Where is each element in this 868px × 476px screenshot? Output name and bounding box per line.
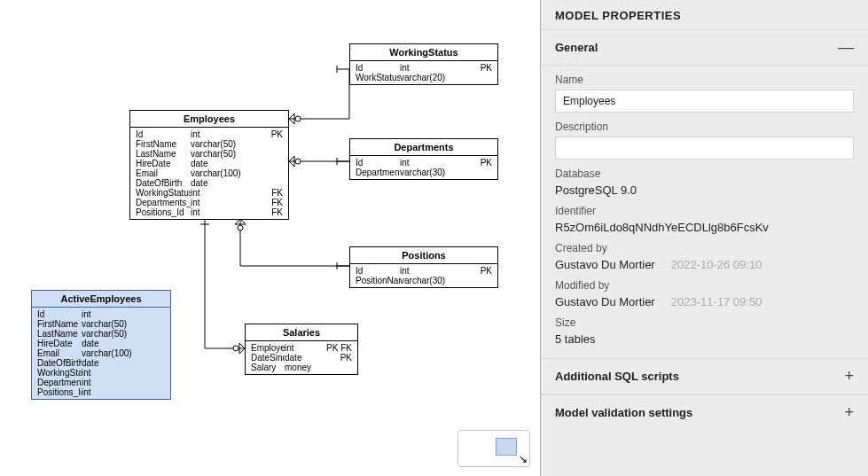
column-key: PK FK: [322, 343, 352, 353]
modifiedby-value: Gustavo Du Mortier: [555, 295, 655, 308]
column-name: Id: [356, 266, 400, 276]
column-row[interactable]: LastNamevarchar(50): [32, 329, 170, 339]
column-row[interactable]: LastNamevarchar(50): [130, 149, 288, 159]
column-row[interactable]: Departments_Idint: [32, 378, 170, 387]
entity-departments[interactable]: Departments IdintPKDepartmentDescripvarc…: [349, 138, 498, 180]
entity-body: IdintFirstNamevarchar(50)LastNamevarchar…: [32, 308, 170, 399]
expand-icon: +: [844, 367, 854, 386]
column-type: varchar(50): [191, 149, 253, 159]
entity-activeemployees[interactable]: ActiveEmployees IdintFirstNamevarchar(50…: [31, 290, 171, 400]
column-row[interactable]: DepartmentDescripvarchar(30): [350, 168, 497, 177]
entity-body: IdintPKFirstNamevarchar(50)LastNamevarch…: [130, 128, 288, 219]
column-row[interactable]: Positions_IdintFK: [130, 207, 288, 217]
section-validation-header[interactable]: Model validation settings +: [541, 394, 868, 430]
column-name: HireDate: [37, 339, 82, 348]
column-row[interactable]: PositionNamevarchar(30): [350, 276, 497, 285]
column-name: PositionName: [356, 276, 400, 285]
column-type: varchar(30): [400, 276, 462, 285]
column-row[interactable]: IdintPK: [350, 158, 497, 168]
column-row[interactable]: IdintPK: [130, 129, 288, 139]
entity-body: Employee_IdintPK FKDateSincedatePKSalary…: [246, 341, 357, 374]
column-row[interactable]: DateOfBirthdate: [32, 358, 170, 368]
createdby-value: Gustavo Du Mortier: [555, 258, 655, 271]
column-name: DepartmentDescrip: [356, 168, 400, 177]
svg-point-4: [295, 116, 301, 121]
column-row[interactable]: Employee_IdintPK FK: [246, 343, 357, 353]
createdby-label: Created by: [555, 242, 854, 254]
column-row[interactable]: WorkingStatus_Idint: [32, 368, 170, 378]
section-general-header[interactable]: General —: [541, 29, 868, 66]
collapse-icon: —: [838, 38, 854, 57]
column-name: DateOfBirth: [136, 178, 191, 188]
column-name: Id: [356, 63, 400, 73]
column-name: Email: [136, 168, 191, 178]
minimap-viewport: [496, 438, 517, 456]
entity-salaries[interactable]: Salaries Employee_IdintPK FKDateSincedat…: [245, 324, 358, 375]
column-row[interactable]: Salarymoney: [246, 363, 357, 372]
column-row[interactable]: IdintPK: [350, 266, 497, 276]
size-label: Size: [555, 316, 854, 329]
column-row[interactable]: Emailvarchar(100): [130, 168, 288, 178]
entity-title: ActiveEmployees: [32, 291, 170, 308]
section-general-body: Name Description Database PostgreSQL 9.0…: [541, 66, 868, 358]
column-type: int: [191, 207, 253, 217]
column-name: DateOfBirth: [37, 358, 82, 368]
entity-positions[interactable]: Positions IdintPKPositionNamevarchar(30): [349, 246, 498, 288]
column-name: LastName: [136, 149, 191, 159]
description-input[interactable]: [555, 137, 854, 160]
column-name: WorkingStatus_Id: [136, 188, 191, 198]
column-row[interactable]: HireDatedate: [32, 339, 170, 348]
column-row[interactable]: DateOfBirthdate: [130, 178, 288, 188]
column-key: PK: [322, 353, 352, 363]
erd-canvas[interactable]: WorkingStatus IdintPKWorkStatusDescripti…: [0, 0, 541, 476]
column-name: Id: [37, 309, 82, 319]
column-type: date: [285, 353, 322, 363]
column-type: int: [285, 343, 322, 353]
entity-employees[interactable]: Employees IdintPKFirstNamevarchar(50)Las…: [129, 110, 289, 220]
column-type: varchar(100): [191, 168, 253, 178]
column-type: varchar(20): [400, 73, 462, 82]
column-type: date: [191, 178, 253, 188]
entity-title: Salaries: [246, 324, 357, 341]
svg-point-17: [233, 346, 239, 351]
column-key: PK: [462, 266, 492, 276]
svg-point-13: [238, 225, 243, 230]
section-sql-header[interactable]: Additional SQL scripts +: [541, 358, 868, 394]
column-name: FirstName: [37, 319, 82, 329]
column-row[interactable]: WorkStatusDescriptionvarchar(20): [350, 73, 497, 82]
column-row[interactable]: Positions_Idint: [32, 387, 170, 397]
database-value: PostgreSQL 9.0: [555, 183, 854, 197]
column-type: int: [191, 129, 253, 139]
section-title: Additional SQL scripts: [555, 370, 679, 383]
column-name: DateSince: [251, 353, 285, 363]
column-type: int: [400, 158, 462, 168]
column-row[interactable]: DateSincedatePK: [246, 353, 357, 363]
database-label: Database: [555, 168, 854, 180]
column-row[interactable]: Emailvarchar(100): [32, 348, 170, 358]
column-row[interactable]: WorkingStatus_IdintFK: [130, 188, 288, 198]
column-type: varchar(50): [191, 139, 253, 149]
expand-icon: +: [844, 403, 854, 422]
column-name: LastName: [37, 329, 82, 339]
entity-body: IdintPKDepartmentDescripvarchar(30): [350, 156, 497, 179]
svg-point-8: [295, 159, 301, 164]
name-input[interactable]: [555, 90, 854, 113]
entity-workingstatus[interactable]: WorkingStatus IdintPKWorkStatusDescripti…: [349, 43, 498, 85]
column-row[interactable]: Idint: [32, 309, 170, 319]
entity-title: Employees: [130, 111, 288, 128]
column-row[interactable]: IdintPK: [350, 63, 497, 73]
column-name: Employee_Id: [251, 343, 285, 353]
column-type: date: [82, 339, 135, 348]
column-type: int: [82, 368, 135, 378]
column-name: Departments_Id: [136, 198, 191, 207]
column-row[interactable]: FirstNamevarchar(50): [32, 319, 170, 329]
entity-title: Positions: [350, 247, 497, 264]
entity-title: WorkingStatus: [350, 44, 497, 61]
column-name: FirstName: [136, 139, 191, 149]
column-row[interactable]: Departments_IdintFK: [130, 198, 288, 207]
column-row[interactable]: FirstNamevarchar(50): [130, 139, 288, 149]
column-type: varchar(50): [82, 329, 135, 339]
minimap[interactable]: ↘: [457, 430, 530, 467]
column-row[interactable]: HireDatedate: [130, 159, 288, 168]
panel-title: MODEL PROPERTIES: [541, 0, 868, 29]
